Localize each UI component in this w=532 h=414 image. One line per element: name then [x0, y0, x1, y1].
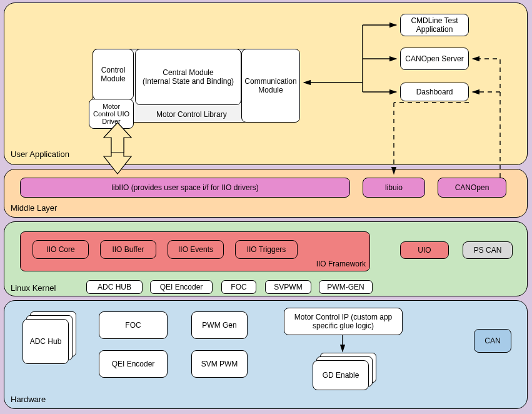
uio-driver-label: Motor Control UIO Driver: [92, 103, 131, 125]
uio: UIO: [400, 241, 449, 259]
libuio-label: libuio: [385, 183, 403, 192]
canopen-lib-label: CANOpen: [455, 183, 489, 192]
layer-hardware: Hardware: [4, 300, 528, 409]
kernel-qei-encoder: QEI Encoder: [150, 280, 213, 294]
hw-gd-enable-label: GD Enable: [323, 371, 359, 380]
layer-label-hw: Hardware: [11, 395, 46, 404]
layer-label-user: User Application: [11, 149, 69, 159]
layer-label-middle: Middle Layer: [11, 203, 57, 213]
hw-pwm-gen-label: PWM Gen: [202, 321, 236, 330]
layer-label-kernel: Linux Kernel: [11, 283, 56, 293]
central-module-label2: (Internal State and Binding): [143, 77, 234, 86]
libiio-label: libIIO (provides user space i/f for IIO …: [111, 183, 258, 192]
hw-gd-enable: GD Enable: [313, 360, 369, 390]
iio-core: IIO Core: [33, 240, 89, 259]
hw-svm-pwm-label: SVM PWM: [201, 360, 238, 368]
control-module-label: Control Module: [96, 66, 131, 83]
canopen-server: CANOpen Server: [400, 48, 469, 70]
iio-events: IIO Events: [168, 240, 224, 259]
central-module-label1: Central Module: [143, 68, 234, 77]
canopen-lib: CANOpen: [438, 178, 506, 198]
hw-foc-label: FOC: [125, 321, 141, 330]
iio-core-label: IIO Core: [46, 245, 74, 254]
uio-label: UIO: [418, 246, 431, 255]
dashboard: Dashboard: [400, 83, 469, 101]
hw-adc-hub-label: ADC Hub: [30, 337, 62, 346]
libiio: libIIO (provides user space i/f for IIO …: [20, 178, 350, 198]
iio-triggers-label: IIO Triggers: [247, 245, 286, 254]
hw-adc-hub: ADC Hub: [23, 319, 69, 364]
kernel-qei-label: QEI Encoder: [160, 283, 203, 291]
hw-motor-control-ip: Motor Control IP (custom app specific gl…: [284, 308, 403, 335]
hw-qei-label: QEI Encoder: [112, 360, 155, 368]
iio-framework-label: IIO Framework: [316, 260, 366, 268]
iio-events-label: IIO Events: [178, 245, 213, 254]
iio-buffer-label: IIO Buffer: [112, 245, 144, 254]
hw-svm-pwm: SVM PWM: [191, 350, 248, 378]
kernel-foc-label: FOC: [231, 283, 246, 291]
hw-qei-encoder: QEI Encoder: [99, 350, 168, 378]
kernel-pwmgen-label: PWM-GEN: [327, 283, 364, 291]
motor-control-uio-driver: Motor Control UIO Driver: [89, 99, 134, 129]
kernel-svpwm: SVPWM: [265, 280, 311, 294]
kernel-pwm-gen: PWM-GEN: [319, 280, 373, 294]
libuio: libuio: [363, 178, 425, 198]
ps-can-label: PS CAN: [474, 246, 502, 255]
kernel-svpwm-label: SVPWM: [274, 283, 302, 291]
iio-triggers: IIO Triggers: [235, 240, 298, 259]
kernel-foc: FOC: [221, 280, 256, 294]
communication-module-label: Communication Module: [244, 77, 297, 94]
communication-module: Communication Module: [241, 49, 300, 123]
motor-control-library-label: Motor Control Library: [156, 110, 227, 119]
control-module: Control Module: [93, 49, 134, 100]
kernel-adc-hub-label: ADC HUB: [98, 283, 131, 291]
canopen-server-label: CANOpen Server: [405, 54, 463, 63]
hw-pwm-gen: PWM Gen: [191, 311, 248, 339]
central-module: Central Module (Internal State and Bindi…: [135, 49, 241, 105]
hw-mc-ip-label: Motor Control IP (custom app specific gl…: [287, 313, 399, 330]
hw-can: CAN: [474, 329, 511, 353]
hw-foc: FOC: [99, 311, 168, 339]
kernel-adc-hub: ADC HUB: [86, 280, 143, 294]
cmdline-label: CMDLine Test Application: [403, 16, 466, 34]
dashboard-label: Dashboard: [416, 88, 453, 96]
iio-buffer: IIO Buffer: [100, 240, 156, 259]
cmdline-test-app: CMDLine Test Application: [400, 14, 469, 36]
hw-can-label: CAN: [484, 336, 500, 345]
ps-can: PS CAN: [463, 241, 513, 259]
